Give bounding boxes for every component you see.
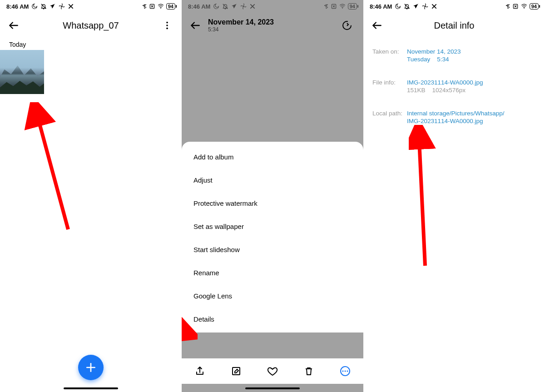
photo-toolbar [182,358,363,384]
x-icon [249,3,256,10]
more-button[interactable] [334,360,356,382]
svg-point-4 [166,22,168,24]
svg-line-8 [35,109,68,229]
status-bar: 8:46 AM 94 [363,0,545,13]
status-bar: 8:46 AM 94 [0,0,182,13]
moon-icon [213,3,219,10]
back-button[interactable] [184,15,206,36]
svg-line-26 [419,131,425,266]
taken-on-date: November 14, 2023 [407,48,536,55]
bluetooth-icon [505,3,510,10]
bluetooth-icon [142,3,147,10]
add-fab[interactable] [78,355,104,380]
panel-gallery-album: 8:46 AM 94 Whatsapp_07 Tod [0,0,182,392]
sync-button[interactable] [336,13,358,38]
file-info-label: File info: [372,79,407,94]
svg-point-12 [342,8,343,9]
status-time: 8:46 AM [6,3,29,10]
status-time: 8:46 AM [188,3,210,10]
x-icon [68,3,74,10]
local-path-l2: IMG-20231114-WA0000.jpg [407,118,536,124]
svg-point-18 [342,371,344,372]
file-info-name: IMG-20231114-WA0000.jpg [407,79,536,86]
no-sim-icon [331,3,337,10]
album-title: Whatsapp_07 [0,20,182,31]
svg-point-3 [160,8,161,9]
fan-icon [240,3,247,10]
menu-start-slideshow[interactable]: Start slideshow [182,238,363,261]
back-button[interactable] [366,15,388,36]
bluetooth-icon [323,3,329,10]
detail-title-bar: Detail info [363,13,545,38]
battery-icon: 94 [166,3,175,10]
edit-button[interactable] [225,360,247,382]
svg-point-22 [425,6,426,7]
no-sim-icon [512,3,519,10]
local-path-label: Local path: [372,110,407,124]
more-menu-button[interactable] [156,13,178,38]
delete-button[interactable] [298,360,320,382]
fan-icon [59,3,65,10]
photo-header: November 14, 2023 5:34 [182,13,363,38]
menu-set-as-wallpaper[interactable]: Set as wallpaper [182,215,363,238]
moon-icon [31,3,38,10]
dnd-icon [40,3,47,10]
wifi-icon [339,3,346,10]
battery-icon: 94 [348,3,357,10]
detail-row-file-info: File info: IMG-20231114-WA0000.jpg 151KB… [372,79,536,94]
no-sim-icon [149,3,155,10]
svg-point-5 [166,25,168,26]
svg-point-19 [345,371,346,372]
favorite-button[interactable] [262,360,283,382]
annotation-arrow-1 [23,102,77,234]
svg-point-1 [61,6,62,7]
menu-details[interactable]: Details [182,308,363,331]
photo-header-time: 5:34 [208,26,274,33]
panel-detail-info: 8:46 AM 94 Detail info Taken on: [363,0,545,392]
moon-icon [395,3,401,10]
svg-point-20 [347,371,348,372]
share-button[interactable] [189,360,211,382]
status-bar: 8:46 AM 94 [182,0,363,13]
wifi-icon [520,3,528,10]
svg-point-6 [166,28,168,30]
x-icon [431,3,437,10]
dnd-icon [404,3,410,10]
svg-point-24 [524,8,525,9]
detail-row-taken-on: Taken on: November 14, 2023 Tuesday 5:34 [372,48,536,63]
fan-icon [422,3,428,10]
photo-thumbnail[interactable] [0,50,44,94]
section-today-label: Today [0,38,182,50]
taken-on-label: Taken on: [372,48,407,63]
menu-adjust[interactable]: Adjust [182,169,363,192]
album-title-bar: Whatsapp_07 [0,13,182,38]
dnd-icon [222,3,228,10]
battery-icon: 94 [530,3,539,10]
svg-point-10 [243,6,244,7]
status-time: 8:46 AM [370,3,392,10]
detail-row-local-path: Local path: Internal storage/Pictures/Wh… [372,110,536,124]
menu-rename[interactable]: Rename [182,261,363,284]
menu-protective-watermark[interactable]: Protective watermark [182,192,363,215]
wifi-icon [157,3,164,10]
telegram-icon [231,3,238,10]
local-path-l1: Internal storage/Pictures/Whatsapp/ [407,110,536,117]
nav-handle[interactable] [64,387,118,389]
photo-header-date: November 14, 2023 [208,18,274,26]
menu-add-to-album[interactable]: Add to album [182,145,363,169]
detail-info-list: Taken on: November 14, 2023 Tuesday 5:34… [363,38,545,151]
svg-rect-16 [233,367,240,375]
detail-title: Detail info [363,20,545,31]
telegram-icon [413,3,419,10]
back-button[interactable] [3,15,25,36]
nav-handle[interactable] [245,387,300,389]
taken-on-sub: Tuesday 5:34 [407,56,536,63]
menu-google-lens[interactable]: Google Lens [182,284,363,308]
panel-photo-viewer: 8:46 AM 94 November 14, 2023 5:34 [182,0,363,392]
telegram-icon [50,3,56,10]
bottom-sheet-menu: Add to album Adjust Protective watermark… [182,142,363,332]
photo-area[interactable] [182,38,363,142]
file-info-sub: 151KB 1024x576px [407,87,536,94]
